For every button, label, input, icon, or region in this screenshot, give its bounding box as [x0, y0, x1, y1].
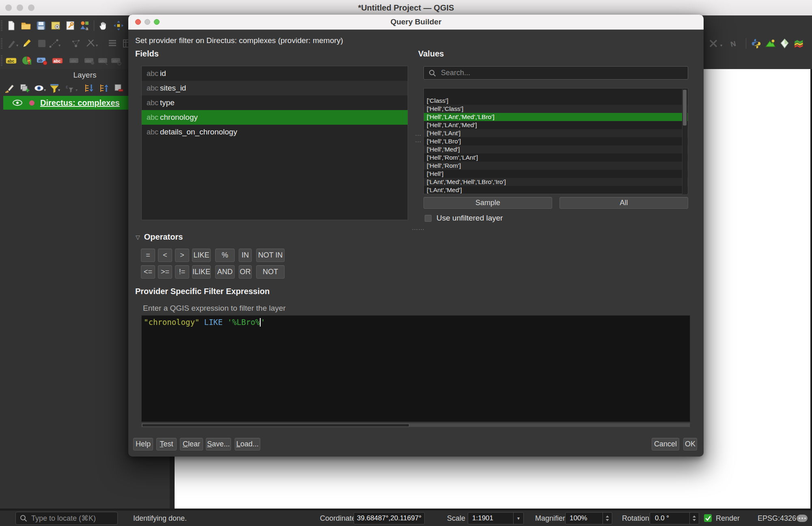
value-row[interactable]: ['Class'] — [424, 97, 688, 105]
op-in-button[interactable]: IN — [239, 249, 252, 262]
zoom-to-selection-icon[interactable] — [112, 19, 125, 32]
dropdown-caret-icon[interactable]: ▾ — [16, 43, 18, 48]
op-like-button[interactable]: LIKE — [192, 249, 211, 262]
rotation-spin-arrows[interactable] — [689, 513, 699, 524]
expression-hscrollbar-thumb[interactable] — [142, 424, 409, 427]
op-not-button[interactable]: NOT — [256, 265, 285, 279]
op-greater-equal-button[interactable]: >= — [158, 265, 172, 279]
op-or-button[interactable]: OR — [239, 265, 252, 279]
value-row[interactable]: ['LAnt','Med'] — [424, 186, 688, 194]
split-features-icon[interactable] — [84, 37, 97, 50]
magnifier-spinbox[interactable]: 100% — [565, 512, 612, 524]
op-less-button[interactable]: < — [158, 249, 172, 262]
value-row[interactable]: ['Hell','LAnt','Med'] — [424, 121, 688, 129]
label-properties-icon[interactable]: abc — [110, 54, 122, 67]
collapse-all-icon[interactable] — [98, 82, 110, 94]
magnifier-spin-arrows[interactable] — [603, 513, 612, 524]
splitter-handle[interactable]: ⋯⋯ — [412, 226, 425, 233]
collapse-triangle-icon[interactable]: ▽ — [136, 234, 140, 240]
cancel-button[interactable]: Cancel — [652, 438, 679, 450]
dropdown-caret-icon[interactable]: ▾ — [76, 88, 78, 92]
sample-button[interactable]: Sample — [423, 197, 552, 209]
values-scrollbar-thumb[interactable] — [683, 90, 687, 126]
toolbar-grip[interactable] — [1, 55, 2, 66]
field-row[interactable]: abctype — [142, 95, 408, 110]
pin-labels-icon[interactable]: ab — [36, 54, 48, 67]
processing-toolbox-icon[interactable] — [778, 37, 790, 50]
op-not-equal-button[interactable]: != — [175, 265, 189, 279]
save-button[interactable]: Save... — [206, 438, 231, 450]
clear-button[interactable]: Clear — [180, 438, 203, 450]
layer-diagram-icon[interactable] — [21, 54, 33, 67]
python-console-icon[interactable] — [750, 37, 762, 50]
crs-indicator[interactable]: EPSG:4326 — [758, 514, 796, 523]
locator-search-input[interactable] — [30, 514, 109, 523]
operators-header[interactable]: ▽ Operators — [136, 232, 183, 242]
toolbar-grip[interactable] — [1, 38, 2, 49]
op-greater-button[interactable]: > — [175, 249, 189, 262]
add-group-icon[interactable] — [19, 82, 31, 94]
rotate-label-icon[interactable]: abc — [83, 54, 95, 67]
value-row[interactable]: ['Hell','LBro'] — [424, 137, 688, 145]
toggle-editing-icon[interactable] — [21, 37, 33, 50]
filter-by-expression-icon[interactable]: ε ▾ — [64, 82, 76, 94]
messages-icon[interactable] — [797, 515, 808, 522]
remove-layer-icon[interactable] — [112, 82, 125, 94]
modify-attributes-icon[interactable] — [106, 37, 119, 50]
vertex-tool-icon[interactable] — [70, 37, 82, 50]
filter-legend-icon[interactable]: ▾ — [48, 82, 60, 94]
test-button[interactable]: Test — [156, 438, 177, 450]
expand-all-icon[interactable] — [83, 82, 95, 94]
scale-dropdown-caret-icon[interactable]: ▾ — [513, 513, 523, 524]
op-percent-button[interactable]: % — [215, 249, 235, 262]
scale-combobox[interactable]: 1:1901 ▾ — [468, 512, 524, 524]
open-project-icon[interactable] — [20, 19, 32, 32]
value-row[interactable]: ['Hell','Med'] — [424, 145, 688, 154]
op-equals-button[interactable]: = — [141, 249, 155, 262]
new-project-icon[interactable] — [5, 19, 17, 32]
value-row[interactable]: ['Hell','Rom'] — [424, 162, 688, 170]
save-project-icon[interactable] — [35, 19, 47, 32]
expression-hscrollbar[interactable] — [141, 423, 690, 427]
op-less-equal-button[interactable]: <= — [141, 265, 155, 279]
render-checkbox[interactable] — [704, 514, 712, 522]
splitter-handle[interactable]: ⋮⋮ — [415, 132, 422, 145]
point-symbol-swatch[interactable] — [29, 100, 35, 106]
value-row[interactable]: ['Hell'] — [424, 170, 688, 178]
toolbar-grip[interactable] — [1, 20, 2, 31]
ok-button[interactable]: OK — [683, 438, 697, 450]
use-unfiltered-layer-checkbox[interactable] — [425, 215, 432, 222]
op-and-button[interactable]: AND — [215, 265, 235, 279]
grass-tools-icon[interactable] — [764, 37, 776, 50]
dropdown-caret-icon[interactable]: ▾ — [58, 88, 60, 92]
dropdown-caret-icon[interactable]: ▾ — [44, 88, 46, 92]
values-scrollbar[interactable] — [682, 89, 687, 194]
dropdown-caret-icon[interactable]: ▾ — [720, 43, 722, 48]
value-row[interactable]: ['Hell','Class'] — [424, 105, 688, 113]
value-row[interactable]: ['Hell','LAnt'] — [424, 129, 688, 137]
op-ilike-button[interactable]: ILIKE — [192, 265, 211, 279]
help-button[interactable]: Help — [133, 438, 153, 450]
pan-map-icon[interactable] — [97, 19, 109, 32]
field-row[interactable]: abcdetails_on_chronology — [142, 125, 408, 139]
all-button[interactable]: All — [559, 197, 688, 209]
field-row[interactable]: abcsites_id — [142, 81, 408, 95]
deselect-features-icon[interactable] — [707, 37, 719, 50]
layer-visibility-eye-icon[interactable] — [12, 99, 23, 107]
save-edits-icon[interactable] — [36, 37, 48, 50]
value-row[interactable]: ['Hell','Rom','LAnt'] — [424, 154, 688, 162]
layer-styling-icon[interactable] — [3, 82, 15, 94]
field-row[interactable]: abcid — [142, 66, 408, 81]
manage-map-themes-icon[interactable]: ▾ — [33, 82, 45, 94]
value-row[interactable] — [424, 89, 688, 97]
style-manager-icon[interactable]: a — [79, 19, 91, 32]
dropdown-caret-icon[interactable]: ▾ — [58, 43, 60, 48]
locator-search-box[interactable] — [15, 512, 118, 525]
coordinate-box[interactable] — [354, 512, 425, 524]
layout-manager-icon[interactable] — [64, 19, 76, 32]
values-search-input[interactable] — [440, 68, 666, 78]
move-label-icon[interactable]: abc — [68, 54, 80, 67]
op-not-in-button[interactable]: NOT IN — [256, 249, 285, 262]
load-button[interactable]: Load... — [235, 438, 260, 450]
highlight-pinned-labels-icon[interactable]: abc — [52, 54, 64, 67]
